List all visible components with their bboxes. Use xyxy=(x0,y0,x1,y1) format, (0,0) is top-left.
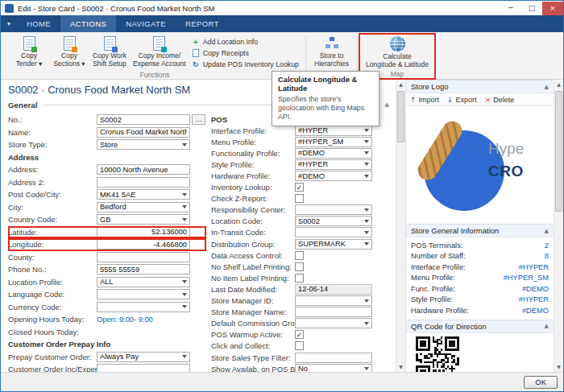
main-scrollbar[interactable]: ▲ ▼ xyxy=(396,80,405,372)
field-last-date-modified[interactable]: 12-06-14 xyxy=(295,284,372,295)
field-address-2[interactable] xyxy=(97,177,190,188)
field-style-profile[interactable]: #HYPER xyxy=(295,159,372,170)
copy-tender-button[interactable]: Copy Tender ▾ xyxy=(9,34,49,70)
copy-sections-button[interactable]: Copy Sections ▾ xyxy=(49,34,89,70)
checkbox-pos-warmup-active[interactable]: ✓ xyxy=(295,330,304,339)
checkbox-check-z-report[interactable] xyxy=(295,194,304,203)
field-store-manager-name[interactable] xyxy=(295,307,372,317)
minimize-button[interactable]: ─ xyxy=(500,2,521,15)
collapse-icon[interactable]: ▲ xyxy=(545,323,549,329)
info-value-link[interactable]: #DEMO xyxy=(522,307,549,315)
dropdown-arrow-icon[interactable] xyxy=(182,355,187,358)
checkbox-click-and-collect[interactable] xyxy=(295,341,304,350)
factbox-header-store-general-information[interactable]: Store General Information▲ xyxy=(406,224,554,237)
info-value-link[interactable]: 8 xyxy=(545,252,549,260)
dropdown-arrow-icon[interactable] xyxy=(364,299,369,303)
scroll-up-icon[interactable]: ▲ xyxy=(554,80,563,89)
tab-navigate[interactable]: NAVIGATE xyxy=(116,15,176,32)
field-currency-code[interactable] xyxy=(97,302,190,312)
info-value-link[interactable]: #HYPER xyxy=(519,263,549,271)
ok-button[interactable]: OK xyxy=(524,376,558,389)
field-city[interactable]: Bedford xyxy=(97,202,190,213)
field-location-code[interactable]: S0002 xyxy=(295,216,372,226)
calculate-longitude-latitude-button[interactable]: Calculate Longitude & Latitude xyxy=(363,34,432,69)
field-distribution-group[interactable]: SUPERMARK xyxy=(295,239,372,250)
dropdown-arrow-icon[interactable] xyxy=(364,231,369,234)
dropdown-arrow-icon[interactable] xyxy=(364,175,369,178)
scroll-thumb[interactable] xyxy=(555,91,562,212)
field-longitude[interactable]: -4.466800 xyxy=(97,239,190,250)
scroll-up-icon[interactable]: ▲ xyxy=(396,80,405,89)
field-customer-order-inc-expense-acc[interactable] xyxy=(97,364,190,372)
checkbox-no-shelf-label-printing[interactable] xyxy=(295,262,304,271)
field-store-manager-id[interactable] xyxy=(295,295,372,306)
field-address[interactable]: 10000 North Avenue xyxy=(97,164,190,175)
field-latitude[interactable]: 52.136000 xyxy=(97,227,190,237)
field-show-availab-on-pos-button[interactable]: No xyxy=(295,364,372,372)
info-value-link[interactable]: #DEMO xyxy=(522,285,549,293)
export-button[interactable]: ↓Export xyxy=(447,96,477,104)
dropdown-arrow-icon[interactable] xyxy=(364,208,369,212)
tab-actions[interactable]: ACTIONS xyxy=(60,15,116,32)
field-county[interactable] xyxy=(97,252,190,262)
dropdown-arrow-icon[interactable] xyxy=(182,280,187,283)
field-hardware-profile[interactable]: #DEMO xyxy=(295,171,372,181)
scroll-thumb[interactable] xyxy=(397,91,404,142)
dropdown-arrow-icon[interactable] xyxy=(364,322,369,325)
scroll-down-icon[interactable]: ▼ xyxy=(396,362,405,372)
tab-home[interactable]: HOME xyxy=(17,15,60,32)
field-location-profile[interactable]: ALL xyxy=(97,277,190,287)
add-location-info-button[interactable]: +Add Location Info xyxy=(191,36,299,47)
dropdown-arrow-icon[interactable] xyxy=(182,143,187,146)
delete-button[interactable]: ×Delete xyxy=(485,96,515,104)
collapse-icon[interactable]: ▲ xyxy=(385,101,389,108)
store-to-hierarchies-button[interactable]: Store to Hierarchies xyxy=(311,34,352,69)
dropdown-arrow-icon[interactable] xyxy=(364,129,369,132)
factbox-header-store-logo[interactable]: Store Logo▲ xyxy=(406,80,554,93)
checkbox-data-access-control[interactable] xyxy=(295,251,304,260)
collapse-icon[interactable]: ▲ xyxy=(545,228,549,234)
dropdown-arrow-icon[interactable] xyxy=(182,218,187,221)
dropdown-arrow-icon[interactable] xyxy=(182,305,187,308)
field-menu-profile[interactable]: #HYPER_SM xyxy=(295,137,372,147)
field-language-code[interactable] xyxy=(97,289,190,299)
field-name[interactable]: Cronus Food Market North SM xyxy=(97,127,190,138)
field-country-code[interactable]: GB xyxy=(97,214,190,225)
dropdown-arrow-icon[interactable] xyxy=(364,140,369,143)
field-store-type[interactable]: Store xyxy=(97,139,190,150)
collapse-icon[interactable]: ▲ xyxy=(545,84,549,90)
field-store-sales-type-filter[interactable] xyxy=(295,353,372,363)
assist-edit-button[interactable]: … xyxy=(192,114,205,125)
copy-income-expense-account-button[interactable]: Copy Income/ Expense Account xyxy=(130,34,189,70)
field-responsibility-center[interactable] xyxy=(295,204,372,215)
dropdown-arrow-icon[interactable] xyxy=(364,242,369,246)
dropdown-arrow-icon[interactable] xyxy=(364,151,369,155)
copy-receipts-button[interactable]: Copy Receipts xyxy=(191,47,299,59)
dropdown-arrow-icon[interactable] xyxy=(364,367,369,370)
field-no[interactable]: S0002 xyxy=(97,114,190,125)
field-text-value[interactable]: Open: 9:00- 9:00 xyxy=(97,316,153,324)
close-button[interactable]: × xyxy=(542,2,563,15)
update-pos-inventory-lookup-button[interactable]: ↻Update POS Inventory Lookup xyxy=(191,59,299,70)
factbox-header-qr-code-for-direction[interactable]: QR Code for Direction▲ xyxy=(406,320,554,333)
field-default-commission-group[interactable] xyxy=(295,318,372,328)
field-interface-profile[interactable]: #HYPER xyxy=(295,126,372,136)
field-post-code-city[interactable]: MK41 5AE xyxy=(97,189,190,200)
application-menu-icon[interactable]: ▾ xyxy=(1,15,17,32)
info-value-link[interactable]: #HYPER_SM xyxy=(504,274,549,282)
factbox-scrollbar[interactable]: ▲ ▼ xyxy=(554,80,563,372)
dropdown-arrow-icon[interactable] xyxy=(182,293,187,296)
dropdown-arrow-icon[interactable] xyxy=(364,163,369,166)
checkbox-inventory-lookup[interactable]: ✓ xyxy=(295,183,304,192)
field-phone-no[interactable]: 5555 55559 xyxy=(97,264,190,274)
dropdown-arrow-icon[interactable] xyxy=(182,193,187,196)
field-functionality-profile[interactable]: #DEMO xyxy=(295,148,372,159)
info-value-link[interactable]: 2 xyxy=(545,241,549,250)
import-button[interactable]: ↑Import xyxy=(410,96,439,104)
scroll-down-icon[interactable]: ▼ xyxy=(554,362,563,372)
tab-report[interactable]: REPORT xyxy=(176,15,229,32)
dropdown-arrow-icon[interactable] xyxy=(364,220,369,223)
maximize-button[interactable]: □ xyxy=(521,2,542,15)
field-prepay-customer-order[interactable]: Always Pay xyxy=(97,352,190,362)
field-in-transit-code[interactable] xyxy=(295,227,372,237)
